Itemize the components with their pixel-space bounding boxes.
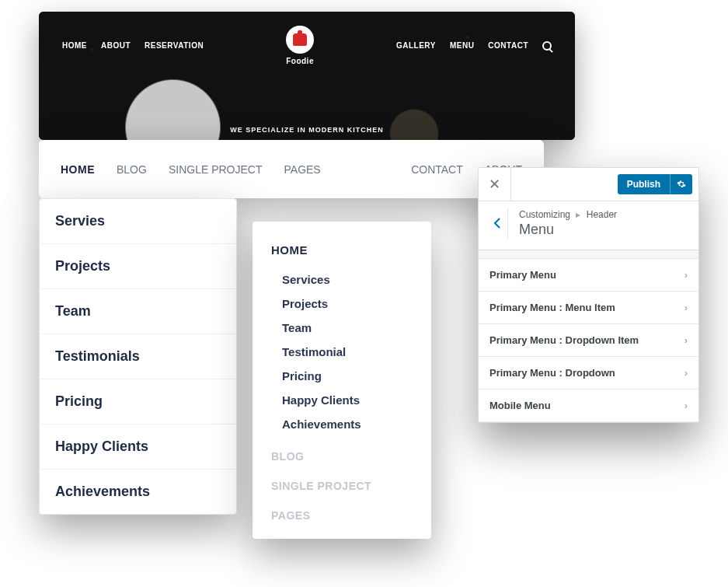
mega-menu-heading[interactable]: HOME (271, 243, 413, 257)
chevron-right-icon: › (684, 269, 688, 281)
close-icon: ✕ (489, 176, 500, 193)
dropdown-item[interactable]: Projects (40, 244, 236, 289)
gear-icon (677, 180, 686, 189)
nav-item-contact[interactable]: CONTACT (411, 163, 463, 176)
mega-menu-faded[interactable]: BLOG (271, 450, 413, 463)
chef-hat-icon (286, 26, 314, 54)
section-title: Menu (519, 222, 617, 238)
breadcrumb-root: Customizing (519, 209, 570, 220)
mega-menu-item[interactable]: Services (271, 267, 413, 292)
hero-tagline: WE SPECIALIZE IN MODERN KITCHEN (206, 126, 408, 134)
publish-settings-button[interactable] (670, 174, 692, 194)
close-button[interactable]: ✕ (479, 168, 511, 201)
hero-nav-item[interactable]: GALLERY (396, 41, 436, 50)
dropdown-item[interactable]: Achievements (40, 470, 236, 514)
breadcrumb-parent: Header (587, 209, 617, 220)
dropdown-list: Servies Projects Team Testimonials Prici… (39, 198, 237, 515)
mega-menu-faded[interactable]: SINGLE PROJECT (271, 480, 413, 492)
mega-menu-item[interactable]: Achievements (271, 412, 413, 436)
hero-nav-item[interactable]: CONTACT (488, 41, 528, 50)
dropdown-item[interactable]: Testimonials (40, 334, 236, 379)
customizer-breadcrumb: Customizing ▸ Header Menu (479, 201, 698, 250)
hero-nav-right: GALLERY MENU CONTACT (396, 41, 552, 51)
row-label: Mobile Menu (489, 400, 551, 411)
row-label: Primary Menu : Dropdown (489, 367, 615, 379)
breadcrumb-path: Customizing ▸ Header (519, 209, 617, 220)
customizer-row[interactable]: Primary Menu › (479, 258, 698, 292)
chevron-right-icon: › (684, 400, 688, 411)
back-button[interactable] (486, 208, 508, 239)
mega-menu-item[interactable]: Pricing (271, 364, 413, 388)
customizer-topbar: ✕ Publish (479, 168, 698, 201)
customizer-row[interactable]: Mobile Menu › (479, 390, 698, 422)
brand-name: Foodie (286, 57, 314, 65)
nav-item-blog[interactable]: BLOG (117, 163, 147, 176)
customizer-list: Primary Menu › Primary Menu : Menu Item … (479, 258, 698, 422)
hero-banner: HOME ABOUT RESERVATION Foodie GALLERY ME… (39, 12, 575, 140)
hero-nav-item[interactable]: ABOUT (101, 41, 131, 50)
row-label: Primary Menu : Menu Item (489, 302, 615, 313)
publish-group: Publish (618, 174, 692, 194)
search-icon[interactable] (542, 41, 552, 51)
customizer-row[interactable]: Primary Menu : Menu Item › (479, 292, 698, 324)
customizer-panel: ✕ Publish Customizing ▸ Header Menu Prim… (478, 167, 699, 423)
dropdown-item[interactable]: Happy Clients (40, 425, 236, 470)
chevron-right-icon: › (684, 334, 688, 346)
brand-logo[interactable]: Foodie (286, 26, 314, 65)
mega-menu-item[interactable]: Happy Clients (271, 388, 413, 412)
publish-button[interactable]: Publish (618, 174, 670, 194)
chevron-right-icon: ▸ (576, 209, 580, 220)
hero-nav-item[interactable]: MENU (450, 41, 474, 50)
mega-menu-column: HOME Services Projects Team Testimonial … (253, 222, 431, 539)
chevron-right-icon: › (684, 367, 688, 379)
chevron-right-icon: › (684, 302, 688, 313)
main-navbar: HOME BLOG SINGLE PROJECT PAGES CONTACT A… (39, 140, 544, 198)
nav-item-single-project[interactable]: SINGLE PROJECT (169, 163, 263, 176)
hero-nav: HOME ABOUT RESERVATION Foodie GALLERY ME… (39, 12, 575, 65)
hero-nav-left: HOME ABOUT RESERVATION (62, 41, 204, 50)
dropdown-item[interactable]: Pricing (40, 379, 236, 425)
row-label: Primary Menu : Dropdown Item (489, 334, 639, 346)
mega-menu-item[interactable]: Projects (271, 292, 413, 316)
row-label: Primary Menu (489, 269, 556, 281)
hero-nav-item[interactable]: HOME (62, 41, 87, 50)
nav-item-home[interactable]: HOME (61, 163, 95, 176)
customizer-row[interactable]: Primary Menu : Dropdown Item › (479, 324, 698, 357)
customizer-row[interactable]: Primary Menu : Dropdown › (479, 357, 698, 390)
mega-menu-faded[interactable]: PAGES (271, 509, 413, 522)
chevron-left-icon (493, 217, 501, 229)
hero-nav-item[interactable]: RESERVATION (145, 41, 204, 50)
dropdown-item[interactable]: Servies (40, 199, 236, 244)
mega-menu-item[interactable]: Team (271, 316, 413, 340)
mega-menu-item[interactable]: Testimonial (271, 340, 413, 364)
dropdown-item[interactable]: Team (40, 289, 236, 334)
nav-item-pages[interactable]: PAGES (284, 163, 321, 176)
